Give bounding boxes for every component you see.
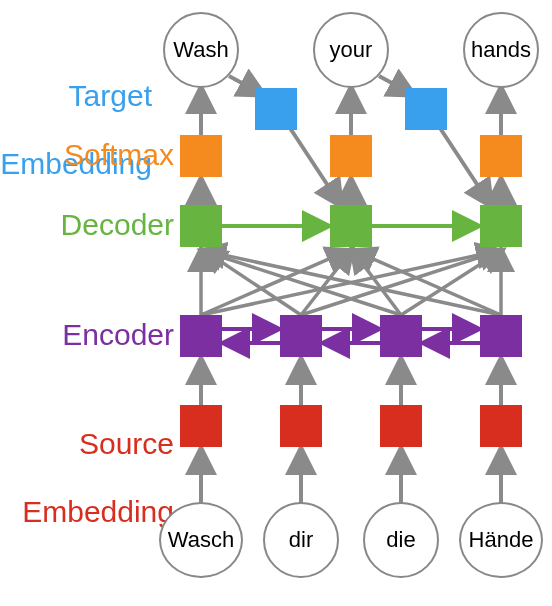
output-token: your bbox=[313, 12, 389, 88]
svg-line-24 bbox=[355, 251, 501, 315]
svg-line-17 bbox=[205, 251, 301, 315]
svg-line-20 bbox=[203, 251, 401, 315]
source-embedding-node bbox=[380, 405, 422, 447]
decoder-node bbox=[330, 205, 372, 247]
output-token: hands bbox=[463, 12, 539, 88]
source-embedding-node bbox=[480, 405, 522, 447]
svg-line-16 bbox=[201, 251, 497, 315]
input-token: die bbox=[363, 502, 439, 578]
softmax-node bbox=[330, 135, 372, 177]
token-text: hands bbox=[471, 37, 531, 63]
svg-line-22 bbox=[401, 251, 501, 315]
softmax-node bbox=[180, 135, 222, 177]
source-embedding-node bbox=[180, 405, 222, 447]
token-text: Wash bbox=[173, 37, 228, 63]
token-text: Wasch bbox=[168, 527, 234, 553]
svg-line-18 bbox=[301, 251, 351, 315]
svg-line-19 bbox=[301, 251, 499, 315]
label-encoder: Encoder bbox=[62, 318, 174, 352]
token-text: Hände bbox=[469, 527, 534, 553]
softmax-node bbox=[480, 135, 522, 177]
input-token: Hände bbox=[459, 502, 543, 578]
label-source-embedding: Source Embedding bbox=[0, 393, 174, 563]
encoder-node bbox=[180, 315, 222, 357]
token-text: die bbox=[386, 527, 415, 553]
decoder-node bbox=[480, 205, 522, 247]
input-token: dir bbox=[263, 502, 339, 578]
target-embedding-node bbox=[405, 88, 447, 130]
encoder-node bbox=[480, 315, 522, 357]
encoder-node bbox=[380, 315, 422, 357]
token-text: your bbox=[330, 37, 373, 63]
svg-line-21 bbox=[353, 251, 401, 315]
input-token: Wasch bbox=[159, 502, 243, 578]
decoder-node bbox=[180, 205, 222, 247]
svg-line-15 bbox=[201, 251, 347, 315]
nmt-diagram: Target Embedding Softmax Decoder Encoder… bbox=[0, 0, 552, 606]
label-text: Source bbox=[79, 427, 174, 460]
output-token: Wash bbox=[163, 12, 239, 88]
svg-line-23 bbox=[205, 251, 501, 315]
label-text: Embedding bbox=[22, 495, 174, 528]
label-text: Target bbox=[69, 79, 152, 112]
label-target-embedding: Target Embedding bbox=[0, 45, 152, 215]
label-decoder: Decoder bbox=[61, 208, 174, 242]
encoder-node bbox=[280, 315, 322, 357]
target-embedding-node bbox=[255, 88, 297, 130]
source-embedding-node bbox=[280, 405, 322, 447]
label-softmax: Softmax bbox=[64, 138, 174, 172]
token-text: dir bbox=[289, 527, 313, 553]
